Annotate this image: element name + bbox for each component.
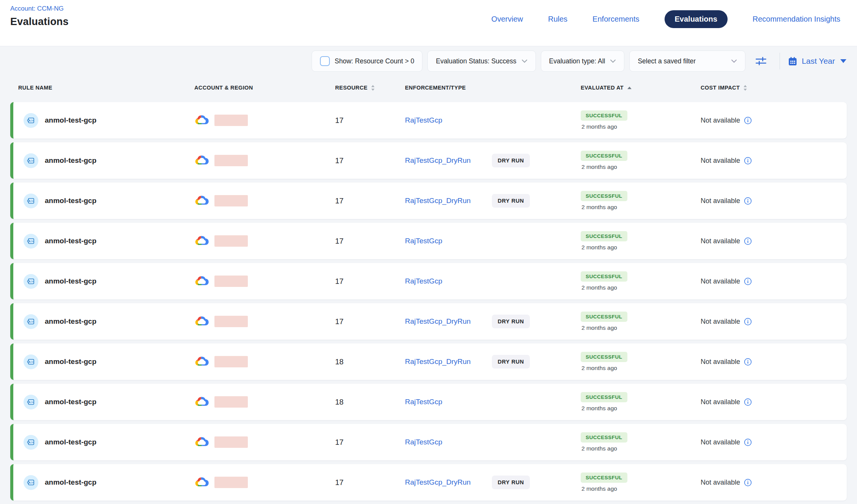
evaluated-at-cell: SUCCESSFUL 2 months ago — [581, 312, 701, 331]
sort-icon[interactable] — [743, 85, 747, 91]
account-region-cell — [194, 356, 335, 367]
cost-impact-value: Not available — [701, 318, 740, 326]
enforcement-cell: RajTestGcp — [405, 438, 581, 446]
tab-evaluations-active[interactable]: Evaluations — [665, 10, 728, 28]
evaluated-time: 2 months ago — [581, 405, 617, 412]
cost-impact-cell: Not available — [701, 157, 847, 165]
evaluated-time: 2 months ago — [581, 204, 617, 211]
column-header-evaluated-at[interactable]: EVALUATED AT — [581, 85, 701, 91]
resource-cell: 17 — [335, 438, 405, 447]
info-icon[interactable] — [744, 479, 752, 487]
tab-rules[interactable]: Rules — [548, 15, 567, 24]
info-icon[interactable] — [744, 358, 752, 366]
info-icon[interactable] — [744, 438, 752, 446]
resource-count-toggle-chip[interactable]: Show: Resource Count > 0 — [312, 50, 423, 72]
evaluated-at-cell: SUCCESSFUL 2 months ago — [581, 392, 701, 412]
account-region-cell — [194, 316, 335, 327]
table-row[interactable]: </> anmol-test-gcp — [10, 223, 847, 259]
rule-name: anmol-test-gcp — [45, 398, 96, 406]
caret-down-icon — [840, 59, 846, 63]
table-row[interactable]: </> anmol-test-gcp — [10, 183, 847, 219]
sort-icon[interactable] — [371, 85, 375, 91]
enforcement-link[interactable]: RajTestGcp_DryRun — [405, 197, 471, 205]
svg-text:</>: </> — [29, 199, 33, 202]
rule-name-cell: </> anmol-test-gcp — [13, 475, 194, 490]
enforcement-link[interactable]: RajTestGcp — [405, 237, 442, 245]
enforcement-cell: RajTestGcp — [405, 277, 581, 285]
resource-count: 17 — [335, 438, 343, 446]
page-header: Account: CCM-NG Evaluations Overview Rul… — [0, 0, 857, 46]
resource-count-checkbox[interactable] — [320, 56, 330, 66]
svg-text:</>: </> — [29, 400, 33, 403]
enforcement-link[interactable]: RajTestGcp — [405, 438, 442, 446]
evaluation-type-label: Evaluation type: All — [549, 57, 605, 65]
svg-text:</>: </> — [29, 239, 33, 243]
evaluation-type-dropdown[interactable]: Evaluation type: All — [541, 50, 625, 72]
table-row[interactable]: </> anmol-test-gcp — [10, 102, 847, 139]
gcp-cloud-icon — [194, 436, 209, 448]
info-icon[interactable] — [744, 277, 752, 285]
cost-impact-cell: Not available — [701, 318, 847, 326]
enforcement-link[interactable]: RajTestGcp_DryRun — [405, 317, 471, 326]
enforcement-link[interactable]: RajTestGcp — [405, 398, 442, 406]
breadcrumb[interactable]: Account: CCM-NG — [10, 5, 64, 13]
enforcement-link[interactable]: RajTestGcp_DryRun — [405, 478, 471, 487]
table-row[interactable]: </> anmol-test-gcp — [10, 384, 847, 420]
redacted-account-block — [214, 155, 248, 166]
column-header-cost-impact[interactable]: COST IMPACT — [701, 85, 847, 91]
info-icon[interactable] — [744, 117, 752, 124]
resource-cell: 18 — [335, 358, 405, 366]
enforcement-link[interactable]: RajTestGcp — [405, 116, 442, 124]
saved-filter-dropdown[interactable]: Select a saved filter — [629, 50, 745, 72]
table-row[interactable]: </> anmol-test-gcp — [10, 343, 847, 380]
enforcement-link[interactable]: RajTestGcp_DryRun — [405, 358, 471, 366]
redacted-account-block — [214, 316, 248, 327]
evaluation-status-dropdown[interactable]: Evaluation Status: Success — [427, 50, 536, 72]
enforcement-cell: RajTestGcp — [405, 398, 581, 406]
info-icon[interactable] — [744, 318, 752, 326]
enforcement-link[interactable]: RajTestGcp — [405, 277, 442, 285]
status-badge: SUCCESSFUL — [581, 231, 627, 241]
gcp-cloud-icon — [194, 195, 209, 206]
cost-impact-value: Not available — [701, 358, 740, 366]
chevron-down-icon — [521, 59, 528, 63]
info-icon[interactable] — [744, 237, 752, 245]
account-region-cell — [194, 396, 335, 408]
rule-name-cell: </> anmol-test-gcp — [13, 354, 194, 369]
info-icon[interactable] — [744, 398, 752, 406]
svg-text:</>: </> — [29, 320, 33, 323]
enforcement-link[interactable]: RajTestGcp_DryRun — [405, 156, 471, 165]
sort-asc-icon[interactable] — [627, 86, 632, 90]
rule-name-cell: </> anmol-test-gcp — [13, 194, 194, 208]
rule-icon: </> — [24, 113, 38, 128]
table-row[interactable]: </> anmol-test-gcp — [10, 142, 847, 179]
filter-settings-button[interactable] — [750, 53, 772, 69]
resource-count: 17 — [335, 277, 343, 285]
info-icon[interactable] — [744, 197, 752, 205]
resource-count: 17 — [335, 197, 343, 205]
status-badge: SUCCESSFUL — [581, 392, 627, 402]
redacted-account-block — [214, 235, 248, 247]
redacted-account-block — [214, 115, 248, 126]
enforcement-cell: RajTestGcp_DryRun DRY RUN — [405, 476, 581, 489]
svg-text:</>: </> — [29, 280, 33, 283]
table-row[interactable]: </> anmol-test-gcp — [10, 424, 847, 460]
rule-name-cell: </> anmol-test-gcp — [13, 395, 194, 410]
tab-recommendation-insights[interactable]: Recommendation Insights — [753, 15, 840, 24]
table-row[interactable]: </> anmol-test-gcp — [10, 464, 847, 501]
cost-impact-cell: Not available — [701, 117, 847, 124]
gcp-cloud-icon — [194, 316, 209, 327]
date-range-button[interactable]: Last Year — [788, 57, 846, 66]
enforcement-cell: RajTestGcp — [405, 237, 581, 245]
rule-icon: </> — [24, 435, 38, 450]
tab-overview[interactable]: Overview — [492, 15, 523, 24]
table-row[interactable]: </> anmol-test-gcp — [10, 263, 847, 299]
evaluated-at-cell: SUCCESSFUL 2 months ago — [581, 191, 701, 211]
info-icon[interactable] — [744, 157, 752, 165]
column-header-resource[interactable]: RESOURCE — [335, 85, 405, 91]
top-nav: Overview Rules Enforcements Evaluations … — [492, 1, 840, 37]
evaluated-time: 2 months ago — [581, 324, 617, 331]
table-row[interactable]: </> anmol-test-gcp — [10, 303, 847, 340]
column-header-account-region: ACCOUNT & REGION — [194, 85, 335, 91]
tab-enforcements[interactable]: Enforcements — [592, 15, 639, 24]
